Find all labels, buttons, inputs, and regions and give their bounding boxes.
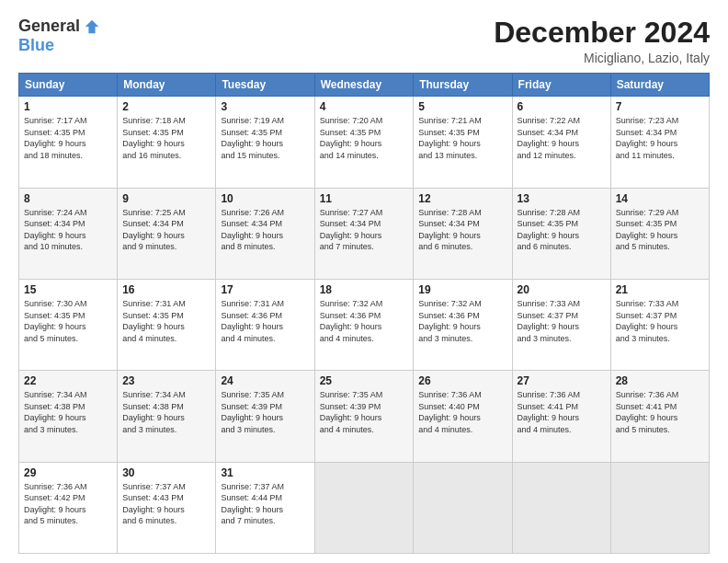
day-number: 2 <box>122 100 210 113</box>
calendar-cell: 12Sunrise: 7:28 AMSunset: 4:34 PMDayligh… <box>414 188 512 279</box>
col-header-saturday: Saturday <box>610 74 709 97</box>
calendar-cell: 6Sunrise: 7:22 AMSunset: 4:34 PMDaylight… <box>512 97 610 188</box>
location: Micigliano, Lazio, Italy <box>494 51 710 65</box>
calendar-cell: 8Sunrise: 7:24 AMSunset: 4:34 PMDaylight… <box>19 188 118 279</box>
day-info: Sunrise: 7:28 AMSunset: 4:34 PMDaylight:… <box>418 207 506 253</box>
day-info: Sunrise: 7:32 AMSunset: 4:36 PMDaylight:… <box>320 298 409 344</box>
calendar-cell: 26Sunrise: 7:36 AMSunset: 4:40 PMDayligh… <box>414 371 512 462</box>
calendar-cell: 27Sunrise: 7:36 AMSunset: 4:41 PMDayligh… <box>512 371 610 462</box>
day-info: Sunrise: 7:28 AMSunset: 4:35 PMDaylight:… <box>518 207 606 253</box>
month-title: December 2024 <box>494 17 710 49</box>
calendar-cell: 11Sunrise: 7:27 AMSunset: 4:34 PMDayligh… <box>314 188 414 279</box>
calendar-cell: 28Sunrise: 7:36 AMSunset: 4:41 PMDayligh… <box>610 371 709 462</box>
calendar-week-1: 1Sunrise: 7:17 AMSunset: 4:35 PMDaylight… <box>19 97 710 188</box>
day-number: 19 <box>418 283 506 296</box>
day-info: Sunrise: 7:17 AMSunset: 4:35 PMDaylight:… <box>24 115 112 161</box>
day-info: Sunrise: 7:18 AMSunset: 4:35 PMDaylight:… <box>122 115 210 161</box>
title-area: December 2024 Micigliano, Lazio, Italy <box>494 17 710 65</box>
col-header-friday: Friday <box>512 74 610 97</box>
day-number: 18 <box>320 283 409 296</box>
calendar-cell <box>512 462 610 553</box>
day-info: Sunrise: 7:32 AMSunset: 4:36 PMDaylight:… <box>418 298 506 344</box>
calendar-cell: 18Sunrise: 7:32 AMSunset: 4:36 PMDayligh… <box>314 279 414 370</box>
day-number: 22 <box>24 374 112 387</box>
day-info: Sunrise: 7:27 AMSunset: 4:34 PMDaylight:… <box>320 207 409 253</box>
calendar-cell: 4Sunrise: 7:20 AMSunset: 4:35 PMDaylight… <box>314 97 414 188</box>
day-info: Sunrise: 7:21 AMSunset: 4:35 PMDaylight:… <box>418 115 506 161</box>
day-number: 31 <box>221 466 309 479</box>
col-header-tuesday: Tuesday <box>216 74 314 97</box>
logo-icon <box>84 18 100 35</box>
calendar-cell: 14Sunrise: 7:29 AMSunset: 4:35 PMDayligh… <box>610 188 709 279</box>
day-number: 20 <box>518 283 606 296</box>
calendar-cell <box>414 462 512 553</box>
col-header-monday: Monday <box>118 74 216 97</box>
calendar-cell: 23Sunrise: 7:34 AMSunset: 4:38 PMDayligh… <box>118 371 216 462</box>
day-number: 29 <box>24 466 112 479</box>
calendar-cell: 13Sunrise: 7:28 AMSunset: 4:35 PMDayligh… <box>512 188 610 279</box>
calendar-cell <box>610 462 709 553</box>
calendar-cell: 1Sunrise: 7:17 AMSunset: 4:35 PMDaylight… <box>19 97 118 188</box>
day-info: Sunrise: 7:36 AMSunset: 4:42 PMDaylight:… <box>24 481 112 527</box>
day-number: 8 <box>24 192 112 205</box>
calendar-week-4: 22Sunrise: 7:34 AMSunset: 4:38 PMDayligh… <box>19 371 710 462</box>
day-number: 30 <box>122 466 210 479</box>
day-number: 13 <box>518 192 606 205</box>
day-number: 28 <box>616 374 704 387</box>
day-number: 6 <box>518 100 606 113</box>
col-header-thursday: Thursday <box>414 74 512 97</box>
calendar-cell: 3Sunrise: 7:19 AMSunset: 4:35 PMDaylight… <box>216 97 314 188</box>
day-number: 3 <box>221 100 309 113</box>
day-info: Sunrise: 7:30 AMSunset: 4:35 PMDaylight:… <box>24 298 112 344</box>
calendar-cell: 30Sunrise: 7:37 AMSunset: 4:43 PMDayligh… <box>118 462 216 553</box>
logo: General Blue <box>18 17 100 55</box>
day-number: 17 <box>221 283 309 296</box>
day-info: Sunrise: 7:29 AMSunset: 4:35 PMDaylight:… <box>616 207 704 253</box>
day-info: Sunrise: 7:31 AMSunset: 4:36 PMDaylight:… <box>221 298 309 344</box>
calendar-cell: 31Sunrise: 7:37 AMSunset: 4:44 PMDayligh… <box>216 462 314 553</box>
day-number: 26 <box>418 374 506 387</box>
calendar-week-3: 15Sunrise: 7:30 AMSunset: 4:35 PMDayligh… <box>19 279 710 370</box>
day-info: Sunrise: 7:31 AMSunset: 4:35 PMDaylight:… <box>122 298 210 344</box>
day-info: Sunrise: 7:34 AMSunset: 4:38 PMDaylight:… <box>24 389 112 435</box>
calendar-cell: 25Sunrise: 7:35 AMSunset: 4:39 PMDayligh… <box>314 371 414 462</box>
day-number: 1 <box>24 100 112 113</box>
calendar-week-2: 8Sunrise: 7:24 AMSunset: 4:34 PMDaylight… <box>19 188 710 279</box>
day-info: Sunrise: 7:37 AMSunset: 4:44 PMDaylight:… <box>221 481 309 527</box>
day-info: Sunrise: 7:24 AMSunset: 4:34 PMDaylight:… <box>24 207 112 253</box>
day-number: 14 <box>616 192 704 205</box>
calendar-cell: 5Sunrise: 7:21 AMSunset: 4:35 PMDaylight… <box>414 97 512 188</box>
day-info: Sunrise: 7:33 AMSunset: 4:37 PMDaylight:… <box>616 298 704 344</box>
day-number: 9 <box>122 192 210 205</box>
logo-blue: Blue <box>18 36 54 55</box>
day-number: 11 <box>320 192 409 205</box>
calendar-cell: 15Sunrise: 7:30 AMSunset: 4:35 PMDayligh… <box>19 279 118 370</box>
day-number: 7 <box>616 100 704 113</box>
calendar-cell: 29Sunrise: 7:36 AMSunset: 4:42 PMDayligh… <box>19 462 118 553</box>
day-info: Sunrise: 7:20 AMSunset: 4:35 PMDaylight:… <box>320 115 409 161</box>
day-info: Sunrise: 7:35 AMSunset: 4:39 PMDaylight:… <box>221 389 309 435</box>
day-info: Sunrise: 7:37 AMSunset: 4:43 PMDaylight:… <box>122 481 210 527</box>
day-info: Sunrise: 7:36 AMSunset: 4:41 PMDaylight:… <box>616 389 704 435</box>
day-number: 23 <box>122 374 210 387</box>
day-info: Sunrise: 7:25 AMSunset: 4:34 PMDaylight:… <box>122 207 210 253</box>
day-number: 12 <box>418 192 506 205</box>
day-number: 15 <box>24 283 112 296</box>
header: General Blue December 2024 Micigliano, L… <box>18 17 710 65</box>
day-info: Sunrise: 7:36 AMSunset: 4:41 PMDaylight:… <box>518 389 606 435</box>
day-info: Sunrise: 7:23 AMSunset: 4:34 PMDaylight:… <box>616 115 704 161</box>
calendar-cell: 21Sunrise: 7:33 AMSunset: 4:37 PMDayligh… <box>610 279 709 370</box>
day-number: 16 <box>122 283 210 296</box>
calendar-cell: 16Sunrise: 7:31 AMSunset: 4:35 PMDayligh… <box>118 279 216 370</box>
page: General Blue December 2024 Micigliano, L… <box>0 0 728 563</box>
day-info: Sunrise: 7:22 AMSunset: 4:34 PMDaylight:… <box>518 115 606 161</box>
day-info: Sunrise: 7:35 AMSunset: 4:39 PMDaylight:… <box>320 389 409 435</box>
day-number: 25 <box>320 374 409 387</box>
day-info: Sunrise: 7:19 AMSunset: 4:35 PMDaylight:… <box>221 115 309 161</box>
calendar: Sunday Monday Tuesday Wednesday Thursday… <box>18 73 710 554</box>
day-info: Sunrise: 7:36 AMSunset: 4:40 PMDaylight:… <box>418 389 506 435</box>
logo-general: General <box>18 17 80 36</box>
calendar-cell: 7Sunrise: 7:23 AMSunset: 4:34 PMDaylight… <box>610 97 709 188</box>
day-number: 24 <box>221 374 309 387</box>
day-number: 27 <box>518 374 606 387</box>
